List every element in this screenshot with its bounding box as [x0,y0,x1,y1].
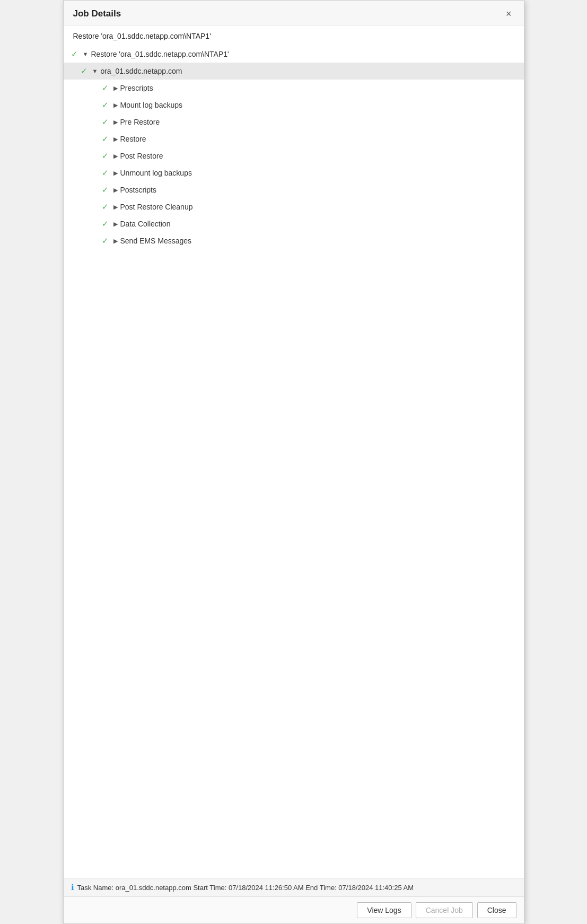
tree-item-label-data-collection: Data Collection [120,220,171,228]
job-details-dialog: Job Details × Restore 'ora_01.sddc.netap… [63,0,524,924]
tree-item-unmount-log-backups[interactable]: ✓▶ Unmount log backups [64,164,524,181]
tree-item-mount-log-backups[interactable]: ✓▶ Mount log backups [64,97,524,114]
dialog-body: ✓▼ Restore 'ora_01.sddc.netapp.com\NTAP1… [64,46,524,878]
check-icon-restore: ✓ [101,134,110,144]
tree-item-data-collection[interactable]: ✓▶ Data Collection [64,215,524,232]
expand-arrow-host[interactable]: ▼ [92,68,98,74]
tree-item-label-prescripts: Prescripts [120,84,153,92]
tree-item-send-ems-messages[interactable]: ✓▶ Send EMS Messages [64,232,524,249]
expand-arrow-postscripts[interactable]: ▶ [113,187,118,194]
tree-item-pre-restore[interactable]: ✓▶ Pre Restore [64,114,524,130]
expand-arrow-post-restore[interactable]: ▶ [113,153,118,160]
tree-item-label-send-ems-messages: Send EMS Messages [120,237,192,245]
close-button[interactable]: Close [477,902,516,918]
check-icon-pre-restore: ✓ [101,117,110,127]
check-icon-root: ✓ [70,49,80,59]
expand-arrow-post-restore-cleanup[interactable]: ▶ [113,204,118,211]
dialog-footer: View Logs Cancel Job Close [64,896,524,923]
tree-item-host[interactable]: ✓▼ ora_01.sddc.netapp.com [64,63,524,80]
tree-item-label-postscripts: Postscripts [120,186,156,194]
tree-item-label-root: Restore 'ora_01.sddc.netapp.com\NTAP1' [91,50,229,58]
cancel-job-button[interactable]: Cancel Job [416,902,473,918]
expand-arrow-send-ems-messages[interactable]: ▶ [113,238,118,245]
check-icon-post-restore: ✓ [101,151,110,161]
view-logs-button[interactable]: View Logs [357,902,411,918]
tree-item-restore[interactable]: ✓▶ Restore [64,130,524,147]
tree-item-label-host: ora_01.sddc.netapp.com [100,67,182,75]
tree-item-label-post-restore: Post Restore [120,152,163,160]
expand-arrow-pre-restore[interactable]: ▶ [113,119,118,126]
expand-arrow-data-collection[interactable]: ▶ [113,221,118,228]
expand-arrow-prescripts[interactable]: ▶ [113,85,118,92]
tree-item-root[interactable]: ✓▼ Restore 'ora_01.sddc.netapp.com\NTAP1… [64,46,524,63]
tree-item-label-pre-restore: Pre Restore [120,118,160,126]
tree-item-prescripts[interactable]: ✓▶ Prescripts [64,80,524,97]
tree-item-label-mount-log-backups: Mount log backups [120,101,183,109]
dialog-title: Job Details [73,8,121,19]
dialog-subtitle: Restore 'ora_01.sddc.netapp.com\NTAP1' [64,25,524,46]
check-icon-host: ✓ [80,66,89,76]
tree-item-label-post-restore-cleanup: Post Restore Cleanup [120,203,193,211]
check-icon-send-ems-messages: ✓ [101,236,110,246]
tree-item-label-unmount-log-backups: Unmount log backups [120,169,192,177]
expand-arrow-root[interactable]: ▼ [83,51,89,57]
status-bar: ℹ Task Name: ora_01.sddc.netapp.com Star… [64,878,524,896]
check-icon-postscripts: ✓ [101,185,110,195]
info-icon: ℹ [71,883,74,892]
dialog-header: Job Details × [64,1,524,25]
check-icon-data-collection: ✓ [101,219,110,229]
tree-item-post-restore-cleanup[interactable]: ✓▶ Post Restore Cleanup [64,198,524,215]
check-icon-mount-log-backups: ✓ [101,100,110,110]
check-icon-post-restore-cleanup: ✓ [101,202,110,212]
expand-arrow-mount-log-backups[interactable]: ▶ [113,102,118,109]
expand-arrow-unmount-log-backups[interactable]: ▶ [113,170,118,177]
tree-item-postscripts[interactable]: ✓▶ Postscripts [64,181,524,198]
tree-container: ✓▼ Restore 'ora_01.sddc.netapp.com\NTAP1… [64,46,524,249]
check-icon-unmount-log-backups: ✓ [101,168,110,178]
check-icon-prescripts: ✓ [101,83,110,93]
tree-item-post-restore[interactable]: ✓▶ Post Restore [64,147,524,164]
status-bar-text: Task Name: ora_01.sddc.netapp.com Start … [77,884,414,892]
tree-item-label-restore: Restore [120,135,146,143]
close-icon-button[interactable]: × [503,8,514,20]
expand-arrow-restore[interactable]: ▶ [113,136,118,143]
